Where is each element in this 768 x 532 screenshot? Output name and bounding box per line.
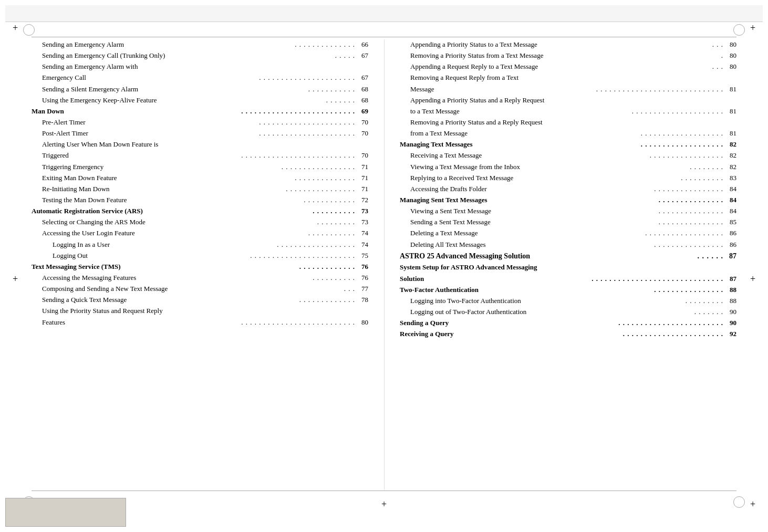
toc-entry: Re-Initiating Man Down . . . . . . . . .… [32, 184, 368, 194]
toc-entry-page: 74 [355, 228, 368, 238]
toc-entry-page: 90 [723, 307, 736, 317]
toc-entry: System Setup for ASTRO Advanced Messagin… [400, 262, 736, 273]
toc-entry-dots: . . . . . . . . . . . . . . . . . [281, 162, 355, 172]
toc-entry: Two-Factor Authentication . . . . . . . … [400, 285, 736, 295]
toc-entry-dots: . . . . . . . . . . . . . . . [658, 195, 723, 205]
toc-entry-text: Sending an Emergency Alarm with [42, 61, 354, 72]
toc-entry-page [723, 117, 736, 128]
content-area: Sending an Emergency Alarm . . . . . . .… [32, 39, 736, 490]
toc-entry: Selecting or Changing the ARS Mode . . .… [32, 217, 368, 227]
toc-entry: Exiting Man Down Feature . . . . . . . .… [32, 173, 368, 183]
toc-entry-text: Accessing the Drafts Folder [410, 184, 653, 194]
toc-entry-page: 74 [355, 239, 368, 250]
toc-entry-page: 87 [723, 251, 736, 262]
toc-entry-text: Emergency Call [42, 72, 258, 83]
toc-entry-dots: . . . . . . . . . . . . . . . [658, 206, 723, 216]
reg-mark-top-left [9, 22, 21, 34]
toc-entry: Deleting All Text Messages . . . . . . .… [400, 239, 736, 250]
toc-entry-text: Sending a Quick Text Message [42, 295, 298, 305]
toc-entry-text: Sending a Query [400, 318, 617, 328]
circle-mark-bottom-right [733, 496, 745, 508]
toc-entry-text: Using the Emergency Keep-Alive Feature [42, 95, 325, 106]
toc-entry-page: 66 [355, 39, 368, 50]
reg-mark-mid-right [747, 273, 759, 285]
toc-entry-dots: . . . . . . . . . . . . . . . . . . . . … [622, 329, 723, 339]
toc-entry-text: System Setup for ASTRO Advanced Messagin… [400, 262, 722, 273]
toc-entry-text: Managing Text Messages [400, 139, 640, 150]
toc-entry: to a Text Message . . . . . . . . . . . … [400, 106, 736, 117]
page-header [5, 5, 763, 22]
toc-entry-page: 81 [723, 128, 736, 139]
toc-entry-dots: . . . . . [334, 50, 355, 61]
toc-entry-dots: . . . [711, 61, 723, 72]
bottom-rule [32, 491, 736, 491]
toc-entry: Accessing the Messaging Features . . . .… [32, 273, 368, 283]
toc-entry: from a Text Message . . . . . . . . . . … [400, 128, 736, 139]
toc-entry: Logging out of Two-Factor Authentication… [400, 307, 736, 317]
toc-entry-page [355, 306, 368, 316]
toc-entry-page: 71 [355, 162, 368, 172]
toc-entry-dots: . . . . . . . . . . . . . . . . . . . . … [249, 251, 355, 261]
toc-entry-page: 85 [723, 217, 736, 227]
toc-entry-dots: . . . . . . . . . . . [307, 84, 355, 95]
toc-entry-text: Sending an Emergency Call (Trunking Only… [42, 50, 334, 61]
toc-entry: Testing the Man Down Feature . . . . . .… [32, 195, 368, 205]
reg-mark-bottom-right [747, 498, 759, 510]
toc-entry: Sending a Quick Text Message . . . . . .… [32, 295, 368, 305]
toc-entry-dots: . . . . . . . . . . . . . . . . . . . . … [617, 318, 723, 328]
toc-entry: Logging Out . . . . . . . . . . . . . . … [32, 251, 368, 261]
toc-entry-page: 92 [723, 329, 736, 339]
toc-entry-page: 67 [355, 72, 368, 83]
toc-entry-text: Receiving a Text Message [410, 150, 649, 161]
toc-entry-text: Text Messaging Service (TMS) [32, 262, 298, 272]
toc-entry-page: 82 [723, 162, 736, 172]
toc-entry-page: 83 [723, 173, 736, 183]
toc-entry-text: Deleting a Text Message [410, 228, 644, 238]
toc-entry-dots: . . . . . . . . . . . [307, 228, 355, 238]
toc-entry-page: 81 [723, 106, 736, 117]
toc-entry-page: 82 [723, 139, 736, 150]
toc-entry-page [723, 262, 736, 273]
toc-entry-text: Logging Out [53, 251, 249, 261]
toc-entry-page: 72 [355, 195, 368, 205]
toc-entry: Composing and Sending a New Text Message… [32, 284, 368, 294]
toc-entry-dots: . . . . . . . . . . [680, 173, 723, 183]
toc-entry: Accessing the Drafts Folder . . . . . . … [400, 184, 736, 194]
toc-entry-dots: . . . . . . . . . . . . . . . . . . . . … [595, 84, 723, 95]
toc-entry-page: 88 [723, 296, 736, 306]
toc-entry: Man Down . . . . . . . . . . . . . . . .… [32, 106, 368, 117]
toc-entry-text: Accessing the Messaging Features [42, 273, 312, 283]
toc-entry-dots: . . . . . . . . . . . . . . . . . . . . … [590, 274, 723, 284]
toc-entry: Emergency Call . . . . . . . . . . . . .… [32, 72, 368, 83]
toc-entry-text: Accessing the User Login Feature [42, 228, 307, 238]
toc-entry-dots: . . . . . . . . . . . . . . . . [285, 184, 355, 194]
toc-entry: ASTRO 25 Advanced Messaging Solution . .… [400, 251, 736, 262]
toc-entry-dots: . . . . . . . . . . . . . . [294, 39, 355, 50]
toc-entry-page [355, 61, 368, 72]
toc-entry-text: Viewing a Sent Text Message [410, 206, 658, 216]
toc-entry: Alerting User When Man Down Feature is [32, 139, 368, 150]
toc-entry: Message . . . . . . . . . . . . . . . . … [400, 84, 736, 95]
toc-entry-dots: . . . . . . . . . . . . . . . . . . . . … [240, 106, 355, 117]
toc-entry-dots: . . . [711, 39, 723, 50]
toc-entry-page [723, 95, 736, 106]
toc-entry-page: 69 [355, 106, 368, 117]
toc-entry-page: 84 [723, 184, 736, 194]
toc-entry-dots: . . . . . . . . . . . . . . . . . . . . … [258, 128, 355, 139]
toc-entry-text: Two-Factor Authentication [400, 285, 653, 295]
toc-entry-page: 67 [355, 50, 368, 61]
toc-entry-page: 76 [355, 262, 368, 272]
toc-entry-dots: . . . . . . [697, 251, 724, 262]
toc-entry-page: 80 [355, 317, 368, 328]
toc-entry-dots: . . . . . . . . . . . . . . . . . . [644, 228, 723, 238]
toc-entry-text: Triggering Emergency [42, 162, 281, 172]
top-rule [32, 37, 736, 37]
toc-entry-text: Logging In as a User [53, 239, 276, 250]
toc-entry: Triggering Emergency . . . . . . . . . .… [32, 162, 368, 172]
toc-entry-dots: . . . . . . . . . . . . . [298, 262, 355, 272]
toc-entry-text: Solution [400, 274, 590, 284]
toc-entry-text: Sending a Sent Text Message [410, 217, 658, 227]
toc-entry-dots: . . . . . . . . . . . . . . . . . . . [640, 128, 723, 139]
toc-entry-page: 86 [723, 239, 736, 250]
toc-entry: Sending a Silent Emergency Alarm . . . .… [32, 84, 368, 95]
